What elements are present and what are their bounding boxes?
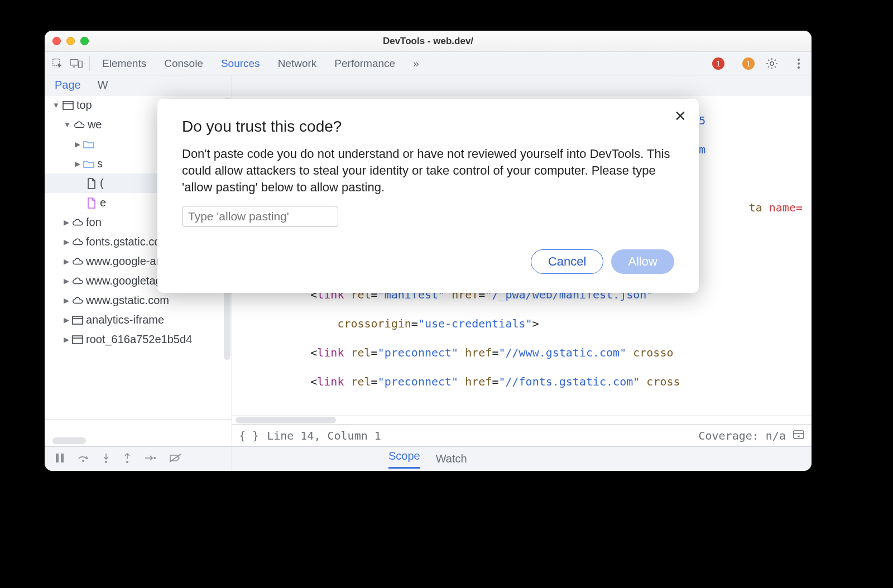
close-icon[interactable]: ✕	[674, 108, 686, 125]
tree-label: fon	[86, 216, 102, 229]
tab-console[interactable]: Console	[163, 57, 204, 70]
step-into-icon[interactable]	[102, 452, 111, 466]
separator	[89, 56, 90, 71]
svg-rect-13	[56, 454, 59, 462]
format-icon[interactable]: { }	[239, 429, 259, 442]
navigator-tabs: Page W	[45, 75, 232, 95]
chevron-down-icon[interactable]: ▼	[52, 101, 60, 109]
tab-elements[interactable]: Elements	[101, 57, 147, 70]
error-badge[interactable]: 1	[712, 57, 724, 70]
tree-label: top	[76, 99, 92, 112]
kebab-icon[interactable]	[791, 56, 806, 71]
tab-sources[interactable]: Sources	[220, 57, 261, 70]
chevron-right-icon[interactable]: ▶	[64, 257, 69, 266]
svg-point-15	[82, 460, 84, 462]
file-icon	[86, 178, 97, 189]
debug-tab-watch[interactable]: Watch	[436, 452, 467, 465]
allow-pasting-input[interactable]	[182, 206, 338, 227]
debug-tab-scope[interactable]: Scope	[388, 450, 420, 469]
chevron-down-icon[interactable]: ▼	[64, 121, 71, 129]
editor-horizontal-scrollbar-track	[232, 415, 812, 424]
step-over-icon[interactable]	[77, 453, 89, 465]
cloud-icon	[72, 276, 83, 287]
svg-rect-3	[79, 61, 82, 68]
step-out-icon[interactable]	[123, 452, 132, 466]
svg-point-17	[105, 461, 107, 463]
chevron-right-icon[interactable]: ▶	[64, 335, 69, 344]
svg-point-4	[770, 61, 774, 65]
svg-rect-7	[73, 316, 83, 324]
svg-point-19	[126, 461, 128, 463]
chevron-right-icon[interactable]: ▶	[75, 140, 80, 148]
zoom-window-button[interactable]	[80, 37, 89, 45]
cloud-icon	[72, 237, 83, 248]
error-count: 1	[716, 59, 721, 68]
svg-rect-5	[63, 102, 73, 109]
folder-icon	[83, 139, 94, 150]
deactivate-breakpoints-icon[interactable]	[169, 453, 182, 465]
pause-icon[interactable]	[55, 452, 65, 466]
cloud-icon	[72, 217, 83, 228]
tree-label: root_616a752e1b5d4	[86, 333, 192, 346]
dialog-title: Do you trust this code?	[182, 118, 674, 136]
frame-icon	[63, 100, 74, 111]
titlebar: DevTools - web.dev/	[45, 31, 812, 52]
scrollbar-thumb[interactable]	[236, 417, 336, 423]
cloud-icon	[72, 295, 83, 306]
chevron-right-icon[interactable]: ▶	[64, 218, 69, 226]
tab-network[interactable]: Network	[277, 57, 318, 70]
navigator-tab-workspace[interactable]: W	[98, 79, 108, 91]
window-title: DevTools - web.dev/	[45, 36, 812, 47]
cancel-button[interactable]: Cancel	[531, 249, 603, 274]
tree-label: we	[88, 118, 102, 131]
tree-item-domain: ▶ www.gstatic.com	[45, 291, 232, 310]
chevron-right-icon[interactable]: ▶	[64, 316, 69, 324]
dialog-body: Don't paste code you do not understand o…	[182, 146, 674, 196]
inspect-icon[interactable]	[50, 56, 65, 71]
tree-item-frame: ▶ root_616a752e1b5d4	[45, 330, 232, 349]
cloud-icon	[72, 256, 83, 267]
debugger-controls	[45, 447, 232, 471]
frame-icon	[72, 315, 83, 326]
editor-tabs	[232, 75, 812, 95]
svg-point-21	[153, 457, 156, 459]
device-toggle-icon[interactable]	[69, 56, 84, 71]
file-icon	[86, 197, 97, 209]
cursor-position: Line 14, Column 1	[267, 429, 381, 442]
allow-button[interactable]: Allow	[611, 249, 674, 274]
tabs-overflow-button[interactable]: »	[412, 57, 420, 70]
tree-label: (	[100, 177, 104, 190]
tree-label: e	[100, 196, 106, 209]
minimize-window-button[interactable]	[66, 37, 75, 45]
traffic-lights	[52, 37, 89, 45]
folder-icon	[83, 158, 94, 170]
hide-details-icon[interactable]	[793, 428, 805, 442]
gear-icon[interactable]	[765, 56, 779, 71]
tree-label: s	[97, 157, 103, 170]
navigator-tab-page[interactable]: Page	[55, 79, 81, 91]
svg-rect-9	[73, 336, 83, 344]
tree-label: analytics-iframe	[86, 314, 164, 326]
frame-icon	[72, 334, 83, 345]
chevron-right-icon[interactable]: ▶	[64, 296, 69, 305]
devtools-tabs: Elements Console Sources Network Perform…	[45, 52, 812, 75]
chevron-right-icon[interactable]: ▶	[64, 238, 69, 246]
step-icon[interactable]	[144, 454, 156, 465]
tab-performance[interactable]: Performance	[333, 57, 396, 70]
chevron-right-icon[interactable]: ▶	[75, 160, 80, 168]
close-window-button[interactable]	[52, 37, 61, 45]
debugger-bar: Scope Watch	[45, 446, 812, 471]
tree-label: www.gstatic.com	[86, 294, 169, 307]
scrollbar-thumb[interactable]	[52, 437, 86, 444]
tree-item-frame: ▶ analytics-iframe	[45, 310, 232, 330]
warning-badge[interactable]: 1	[742, 57, 755, 70]
coverage-status: Coverage: n/a	[698, 429, 786, 442]
sidebar-scrollbar-track	[45, 420, 232, 446]
chevron-right-icon[interactable]: ▶	[64, 277, 69, 285]
devtools-window: DevTools - web.dev/ Elements Console Sou…	[45, 31, 812, 471]
editor-status-bar: { } Line 14, Column 1 Coverage: n/a	[232, 424, 812, 446]
svg-rect-14	[61, 454, 64, 462]
trust-code-dialog: ✕ Do you trust this code? Don't paste co…	[157, 99, 699, 293]
cloud-icon	[74, 119, 85, 131]
warning-count: 1	[746, 59, 751, 68]
